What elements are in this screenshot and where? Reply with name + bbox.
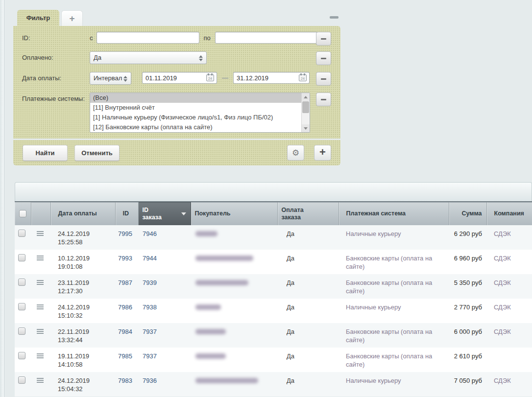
header-sum[interactable]: Сумма: [449, 202, 486, 225]
paysystem-option[interactable]: (Все): [90, 93, 301, 103]
cell-paysystem: Банковские карты (оплата на сайте): [339, 250, 449, 274]
id-link[interactable]: 7985: [118, 352, 132, 360]
row-menu-icon[interactable]: [37, 280, 44, 285]
header-company[interactable]: Компания: [486, 202, 532, 225]
date-mode-select[interactable]: Интервал: [90, 72, 131, 85]
buyer-name-redacted[interactable]: [195, 256, 253, 261]
minus-icon: [321, 78, 326, 80]
buyer-name-redacted[interactable]: [195, 329, 226, 334]
row-checkbox[interactable]: [18, 279, 25, 286]
id-link[interactable]: 7986: [118, 304, 132, 311]
row-checkbox[interactable]: [18, 327, 25, 335]
order-id-link[interactable]: 7939: [143, 279, 157, 286]
grid-header-row: Дата оплаты ID ID заказа Покупатель Опла…: [15, 202, 532, 225]
id-link[interactable]: 7995: [118, 230, 132, 237]
listbox-scrollbar[interactable]: [301, 93, 310, 132]
buyer-name-redacted[interactable]: [195, 353, 226, 359]
date-mode-value: Интервал: [94, 74, 122, 82]
paysystems-listbox[interactable]: (Все)[11] Внутренний счёт[1] Наличные ку…: [90, 93, 310, 133]
paysystem-option[interactable]: [11] Внутренний счёт: [90, 103, 301, 113]
cell-pay-date: 24.12.201915:25:58: [50, 225, 115, 250]
buyer-name-redacted[interactable]: [195, 304, 221, 310]
order-id-link[interactable]: 7936: [143, 377, 157, 384]
date-to-field: 24: [233, 72, 310, 84]
filter-footer: Найти Отменить ⚙ +: [13, 140, 340, 165]
header-buyer[interactable]: Покупатель: [191, 202, 277, 225]
header-select-all[interactable]: [15, 202, 31, 225]
paysystem-option[interactable]: [1] Наличные курьеру (Физическое лицо/s1…: [90, 113, 301, 122]
id-link[interactable]: 7987: [118, 279, 132, 286]
cell-buyer: [191, 274, 277, 299]
buyer-name-redacted[interactable]: [195, 280, 248, 285]
cell-buyer: [191, 250, 277, 274]
row-checkbox[interactable]: [18, 303, 25, 310]
row-menu-icon[interactable]: [37, 256, 44, 260]
remove-paid-filter-button[interactable]: [316, 51, 331, 65]
calendar-icon[interactable]: 24: [206, 74, 214, 81]
header-date[interactable]: Дата оплаты: [50, 202, 115, 225]
minus-icon: [321, 58, 326, 59]
filter-settings-button[interactable]: ⚙: [287, 145, 304, 161]
remove-date-filter-button[interactable]: [316, 72, 331, 86]
find-button[interactable]: Найти: [23, 145, 68, 161]
row-checkbox[interactable]: [18, 352, 25, 359]
filter-collapse-minus-icon[interactable]: [330, 16, 339, 19]
order-id-link[interactable]: 7946: [143, 230, 157, 237]
cell-paid: Да: [277, 274, 339, 299]
cell-pay-date: 10.12.201919:01:08: [50, 250, 115, 274]
add-filter-tab-button[interactable]: +: [61, 10, 83, 26]
paysystem-option[interactable]: [12] Банковские карты (оплата на сайте): [90, 122, 301, 132]
date-to-input[interactable]: [233, 72, 310, 84]
paid-select[interactable]: Да: [90, 51, 207, 64]
order-id-link[interactable]: 7944: [143, 255, 157, 262]
cell-paysystem: Наличные курьеру: [339, 225, 449, 250]
remove-paysystems-filter-button[interactable]: [316, 93, 331, 106]
add-filter-field-button[interactable]: +: [314, 145, 331, 161]
row-menu-icon[interactable]: [37, 304, 44, 309]
table-row: 22.11.201913:32:4479847937ДаБанковские к…: [15, 323, 532, 348]
header-id[interactable]: ID: [115, 202, 138, 225]
scrollbar-thumb[interactable]: [302, 101, 309, 113]
row-menu-icon[interactable]: [37, 353, 44, 358]
pay-time: 19:01:08: [58, 262, 111, 271]
cell-paid: Да: [277, 372, 339, 397]
id-link[interactable]: 7984: [118, 328, 132, 335]
table-row: 19.11.201914:10:5879857937ДаБанковские к…: [15, 348, 532, 372]
cell-sum: 2 770 руб: [449, 299, 486, 323]
cell-menu: [31, 348, 50, 372]
row-menu-icon[interactable]: [37, 231, 44, 236]
remove-id-filter-button[interactable]: [316, 32, 331, 46]
row-checkbox[interactable]: [18, 254, 25, 261]
cell-sum: 7 050 руб: [449, 372, 486, 397]
header-paysystem[interactable]: Платежная система: [339, 202, 449, 225]
cell-id: 7987: [115, 274, 138, 299]
cell-paid: Да: [277, 299, 339, 323]
id-link[interactable]: 7983: [118, 377, 132, 384]
order-id-link[interactable]: 7937: [143, 328, 157, 335]
cell-paysystem: Наличные курьеру: [339, 299, 449, 323]
id-to-input[interactable]: [215, 32, 318, 44]
scroll-down-icon[interactable]: [302, 124, 310, 132]
order-id-link[interactable]: 7938: [143, 304, 157, 311]
calendar-icon[interactable]: 24: [299, 74, 307, 81]
select-all-checkbox[interactable]: [19, 210, 26, 217]
scroll-up-icon[interactable]: [302, 93, 310, 101]
pay-time: 12:17:30: [58, 287, 111, 295]
row-checkbox[interactable]: [18, 376, 25, 384]
buyer-name-redacted[interactable]: [195, 231, 218, 236]
cell-checkbox: [15, 225, 31, 250]
row-checkbox[interactable]: [18, 230, 25, 237]
row-menu-icon[interactable]: [37, 378, 44, 383]
cancel-button[interactable]: Отменить: [74, 145, 120, 161]
filter-row-pay-date: Дата оплаты: Интервал 24 — 24: [22, 72, 340, 85]
header-paid[interactable]: Оплата заказа: [277, 202, 339, 225]
pay-date-label: Дата оплаты:: [22, 72, 90, 82]
buyer-name-redacted[interactable]: [195, 378, 258, 383]
order-id-link[interactable]: 7937: [143, 352, 157, 360]
row-menu-icon[interactable]: [37, 329, 44, 334]
id-from-input[interactable]: [97, 32, 199, 44]
filter-row-paysystems: Платежные системы: (Все)[11] Внутренний …: [22, 93, 340, 133]
header-order-id-sorted[interactable]: ID заказа: [138, 202, 191, 225]
tab-filter[interactable]: Фильтр: [17, 10, 59, 26]
id-link[interactable]: 7993: [118, 255, 132, 262]
